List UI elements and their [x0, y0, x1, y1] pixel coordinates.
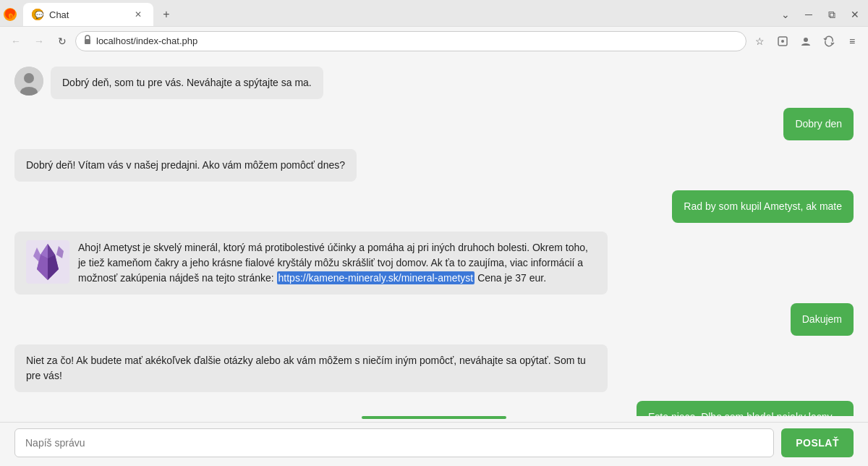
chat-container: Dobrý deň, som tu pre vás. Neváhajte a s… — [0, 55, 868, 466]
message-bubble: Dakujem — [791, 303, 854, 336]
svg-point-6 — [804, 38, 808, 42]
message-bubble: Ahoj! Ametyst je skvelý minerál, ktorý m… — [14, 232, 608, 295]
tab-close-button[interactable]: ✕ — [132, 8, 145, 21]
menu-button[interactable]: ≡ — [842, 31, 862, 51]
account-button[interactable] — [796, 31, 816, 51]
message-row: Dobry den — [14, 108, 854, 140]
nav-bar: ← → ↻ localhost/index-chat.php ☆ — [0, 26, 868, 55]
message-bubble: Rad by som kupil Ametyst, ak mate — [672, 190, 854, 223]
svg-rect-3 — [85, 39, 90, 44]
message-bubble: Niet za čo! Ak budete mať akékoľvek ďalš… — [14, 344, 608, 392]
browser-chrome: 💬 Chat ✕ + ⌄ ─ ⧉ ✕ ← → ↻ localhost/ind — [0, 0, 868, 55]
message-bubble: Dobrý deň! Vítam vás v našej predajni. A… — [14, 149, 357, 182]
tab-bar: 💬 Chat ✕ + ⌄ ─ ⧉ ✕ — [0, 0, 868, 26]
sync-button[interactable] — [819, 31, 839, 51]
message-text: Este nieco. Dlho som hladal nejaky lacny… — [648, 411, 832, 416]
input-area: POSLAŤ — [0, 422, 868, 466]
new-tab-button[interactable]: + — [156, 4, 176, 25]
tab-favicon: 💬 — [32, 9, 43, 20]
message-row: Niet za čo! Ak budete mať akékoľvek ďalš… — [14, 344, 854, 392]
security-icon — [83, 35, 92, 47]
address-bar[interactable]: localhost/index-chat.php — [75, 31, 746, 51]
reload-button[interactable]: ↻ — [52, 31, 72, 51]
svg-point-5 — [781, 40, 784, 43]
message-row: Dobrý deň! Vítam vás v našej predajni. A… — [14, 149, 854, 182]
message-bubble: Este nieco. Dlho som hladal nejaky lacny… — [637, 401, 854, 416]
tab-dropdown-button[interactable]: ⌄ — [775, 4, 796, 25]
svg-text:💬: 💬 — [35, 10, 43, 20]
tab-title: Chat — [49, 9, 126, 20]
bookmark-button[interactable]: ☆ — [749, 31, 770, 51]
url-display: localhost/index-chat.php — [96, 35, 739, 46]
message-text-part2: Cena je 37 eur. — [477, 272, 546, 284]
amethyst-image — [26, 240, 69, 284]
message-row: Rad by som kupil Ametyst, ak mate — [14, 190, 854, 223]
message-bubble: Dobrý deň, som tu pre vás. Neváhajte a s… — [51, 67, 323, 99]
restore-button[interactable]: ⧉ — [822, 4, 842, 25]
message-row: Dobrý deň, som tu pre vás. Neváhajte a s… — [14, 67, 854, 99]
back-button[interactable]: ← — [6, 31, 26, 51]
message-text: Dakujem — [802, 313, 842, 325]
bot-avatar — [14, 67, 43, 96]
close-window-button[interactable]: ✕ — [845, 4, 865, 25]
message-text: Dobrý deň, som tu pre vás. Neváhajte a s… — [62, 77, 312, 88]
message-text: Niet za čo! Ak budete mať akékoľvek ďalš… — [26, 355, 586, 381]
message-bubble: Dobry den — [783, 108, 854, 140]
avatar-icon — [14, 67, 43, 96]
message-row: Este nieco. Dlho som hladal nejaky lacny… — [14, 401, 854, 416]
extensions-button[interactable] — [773, 31, 793, 51]
active-tab[interactable]: 💬 Chat ✕ — [23, 3, 153, 26]
nav-actions: ☆ ≡ — [749, 31, 862, 51]
tab-bar-controls: ⌄ ─ ⧉ ✕ — [775, 4, 865, 25]
message-input[interactable] — [14, 428, 774, 457]
amethyst-icon — [26, 240, 69, 284]
amethyst-message-text: Ahoj! Ametyst je skvelý minerál, ktorý m… — [78, 240, 596, 286]
forward-button[interactable]: → — [29, 31, 49, 51]
scroll-indicator — [362, 416, 506, 419]
messages-area: Dobrý deň, som tu pre vás. Neváhajte a s… — [0, 55, 868, 416]
browser-logo-icon — [3, 7, 17, 22]
amethyst-link[interactable]: https://kamene-mineraly.sk/mineral-amety… — [277, 271, 475, 284]
message-row: Ahoj! Ametyst je skvelý minerál, ktorý m… — [14, 232, 854, 295]
message-text: Rad by som kupil Ametyst, ak mate — [684, 200, 842, 212]
message-text: Dobry den — [795, 118, 842, 130]
minimize-button[interactable]: ─ — [799, 4, 819, 25]
message-row: Dakujem — [14, 303, 854, 336]
message-text: Dobrý deň! Vítam vás v našej predajni. A… — [26, 159, 345, 171]
send-button[interactable]: POSLAŤ — [781, 428, 854, 457]
svg-point-8 — [24, 73, 34, 83]
